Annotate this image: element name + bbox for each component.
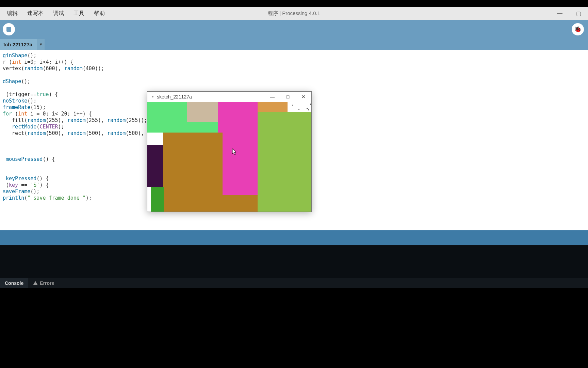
sketch-rect [258,112,311,212]
window-title: 程序 | Processing 4.0.1 [268,10,320,17]
sketch-window-title: sketch_221127a [157,94,192,99]
tab-errors-label: Errors [40,280,54,286]
warning-icon [33,281,38,285]
sketch-minimize-button[interactable]: — [264,92,280,102]
sketch-canvas [147,102,311,212]
window-top-border [0,0,588,7]
menu-tools[interactable]: 工具 [74,10,84,17]
app-icon [152,96,153,97]
menu-edit[interactable]: 编辑 [7,10,18,17]
toolbar: 🐞 [0,20,588,39]
stop-button[interactable] [3,23,15,35]
console-area [0,245,588,278]
sketch-dot [292,105,293,106]
menu-debug[interactable]: 调试 [53,10,64,17]
debug-button[interactable]: 🐞 [572,23,584,35]
sketch-tab[interactable]: tch 221127a [0,39,37,50]
chevron-down-icon: ▼ [39,42,43,46]
sketch-dot [307,108,308,109]
tab-console[interactable]: Console [0,278,28,288]
menubar: 编辑 速写本 调试 工具 帮助 程序 | Processing 4.0.1 — … [0,7,588,20]
sketch-rect [163,133,223,212]
sketch-rect [147,145,163,187]
sketch-maximize-button[interactable]: □ [280,92,296,102]
status-bar [0,230,588,238]
sketch-close-button[interactable]: ✕ [296,92,311,102]
menu-sketchbook[interactable]: 速写本 [27,10,44,17]
sketch-dot [298,109,299,110]
sketch-dot [310,104,311,105]
menu-help[interactable]: 帮助 [94,10,105,17]
sketch-output-window[interactable]: sketch_221127a — □ ✕ [147,91,312,212]
sketch-rect [151,187,164,212]
stop-icon [6,27,11,32]
message-bar [0,238,588,245]
sketch-rect [223,195,258,212]
bug-icon: 🐞 [574,26,582,33]
sketch-rect [218,102,258,195]
sketch-dot [308,109,309,110]
minimize-icon[interactable]: — [557,10,562,16]
tab-dropdown[interactable]: ▼ [37,39,45,50]
tab-errors[interactable]: Errors [28,280,59,286]
maximize-icon[interactable]: ▢ [576,10,581,17]
console-tabs: Console Errors [0,278,588,288]
sketch-titlebar[interactable]: sketch_221127a — □ ✕ [147,92,311,102]
sketch-rect [187,102,218,122]
tab-bar: tch 221127a ▼ [0,39,588,50]
sketch-rect [258,102,288,112]
